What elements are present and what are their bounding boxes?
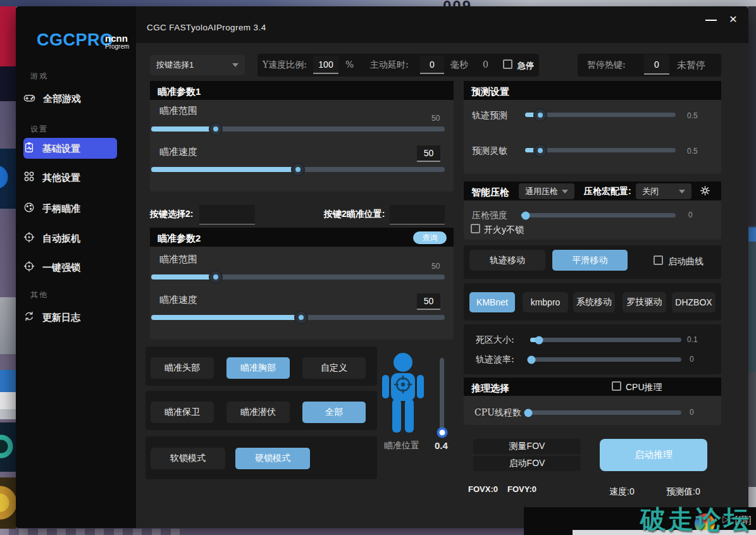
slider-knob[interactable] [295,312,307,323]
slider-knob[interactable] [524,409,532,417]
close-button[interactable]: × [725,11,741,27]
gear-icon[interactable] [700,185,710,199]
run-inference-button[interactable]: 启动推理 [600,439,707,471]
aim-all-button[interactable]: 全部 [302,402,366,423]
y-speed-input[interactable]: 100 [313,56,338,74]
key2-aim-pos-input[interactable] [390,205,445,224]
sidebar-item-gamepad-aim[interactable]: 手柄瞄准 [23,199,125,218]
smooth-move-button[interactable]: 平滑移动 [552,250,628,271]
slider-knob[interactable] [210,271,221,283]
curve-checkbox[interactable] [654,255,663,265]
sidebar-item-basic-settings[interactable]: 基础设置 [23,139,125,158]
forum-watermark: 破走论坛 [640,502,752,535]
deadzone-slider[interactable] [530,338,681,342]
recoil-title: 智能压枪 [471,187,509,199]
macro-config-dropdown[interactable]: 关闭 [636,183,691,199]
recoil-strength-label: 压枪强度 [472,210,507,221]
hard-lock-button[interactable]: 硬锁模式 [235,448,310,469]
sidebar-item-auto-trigger[interactable]: 自动扳机 [23,229,125,248]
driver-kmbnet-button[interactable]: KMBnet [469,292,515,312]
motion-group [464,324,721,374]
sidebar-item-one-key-lock[interactable]: 一键强锁 [23,258,125,277]
aim-position-value: 0.4 [435,440,448,451]
fire-y-unlock-label: 开火y不锁 [484,224,524,236]
slider-knob[interactable] [292,164,304,175]
estop-checkbox[interactable] [503,59,512,69]
slider-fill [151,315,301,320]
driver-system-button[interactable]: 系统移动 [573,292,615,312]
slider-fill [151,167,298,172]
aim-head-button[interactable]: 瞄准头部 [151,357,214,379]
sidebar-section-games: 游戏 [30,71,48,82]
slider-knob[interactable] [535,109,546,121]
track-move-button[interactable]: 轨迹移动 [469,250,545,271]
cpu-threads-slider[interactable] [525,410,681,415]
sidebar-item-label: 手柄瞄准 [42,203,80,215]
y-speed-label: Y速度比例: [263,59,307,71]
aim-speed-label: 瞄准速度 [159,146,197,158]
delay-input[interactable]: 0 [420,56,444,74]
key-select1-dropdown[interactable]: 按键选择1 [150,55,245,75]
aim-params1-header: 瞄准参数1 [150,81,454,100]
cpu-inference-checkbox[interactable] [612,381,621,391]
driver-dhzbox-button[interactable]: DHZBOX [672,292,716,312]
slider-knob[interactable] [535,336,543,344]
desktop-icon-fragment [0,297,16,354]
sidebar-item-other-settings[interactable]: 其他设置 [23,168,125,187]
fire-y-unlock-checkbox[interactable] [471,224,480,233]
aim-speed2-input[interactable]: 50 [417,293,440,310]
sidebar-item-changelog[interactable]: 更新日志 [23,308,125,327]
sidebar-item-label: 一键强锁 [42,262,80,274]
slider-knob[interactable] [522,211,530,219]
controller-aim-icon [23,202,35,216]
aim-chest-button[interactable]: 瞄准胸部 [226,357,290,379]
vslider-knob[interactable] [437,427,447,438]
chevron-down-icon [232,63,239,67]
chevron-down-icon [562,190,568,194]
sidebar-item-label: 更新日志 [42,312,80,324]
aim-attacker-button[interactable]: 瞄准潜伏 [226,402,290,423]
aim-range-slider[interactable] [151,126,445,132]
aim-range-label: 瞄准范围 [159,105,197,117]
aim-speed2-slider[interactable] [151,315,445,320]
aim-defender-button[interactable]: 瞄准保卫 [151,402,214,423]
aim-position-label: 瞄准位置 [384,440,419,452]
logo-sub: Progrem [105,43,129,50]
key-select1-value: 按键选择1 [156,59,194,71]
sidebar-item-label: 其他设置 [42,172,80,184]
macro-config-value: 关闭 [642,186,659,197]
chevron-down-icon [679,190,685,194]
pause-hotkey-input[interactable]: 0 [644,55,669,75]
recoil-strength-slider[interactable] [521,213,676,218]
key2-aim-pos-label: 按键2瞄准位置: [324,209,385,220]
driver-kmbpro-button[interactable]: kmbpro [523,292,568,312]
query-button[interactable]: 查询 [413,231,447,244]
ms-label: 毫秒 [450,59,468,71]
key-select2-input[interactable] [199,205,255,224]
recoil-mode-value: 通用压枪 [525,186,558,197]
slider-knob[interactable] [210,123,221,135]
measure-fov-button[interactable]: 测量FOV [473,439,581,454]
wave-slider[interactable] [528,357,681,362]
percent-label: % [345,59,354,70]
slider-knob[interactable] [535,145,546,156]
aim-params2-header: 瞄准参数2 [150,228,454,247]
recoil-mode-dropdown[interactable]: 通用压枪 [519,183,574,199]
aim-speed-slider[interactable] [151,167,445,172]
window-title: CGC FASTyoloAIProgrem 3.4 [147,23,266,32]
update-icon [23,311,35,324]
minimize-button[interactable] [703,14,720,27]
soft-lock-button[interactable]: 软锁模式 [151,448,225,469]
track-predict-slider[interactable] [525,113,676,117]
aim-speed-input[interactable]: 50 [417,145,440,162]
driver-logitech-button[interactable]: 罗技驱动 [623,292,666,312]
aim-position-vslider[interactable] [440,358,444,435]
aim-params2-title: 瞄准参数2 [158,233,201,245]
aim-range2-slider[interactable] [151,274,445,280]
predict-sens-slider[interactable] [525,148,676,152]
slider-knob[interactable] [527,355,535,364]
aim-custom-button[interactable]: 自定义 [302,357,366,379]
person-figure[interactable] [378,352,429,440]
sidebar-item-all-games[interactable]: 全部游戏 [23,89,125,108]
start-fov-button[interactable]: 启动FOV [473,456,581,471]
